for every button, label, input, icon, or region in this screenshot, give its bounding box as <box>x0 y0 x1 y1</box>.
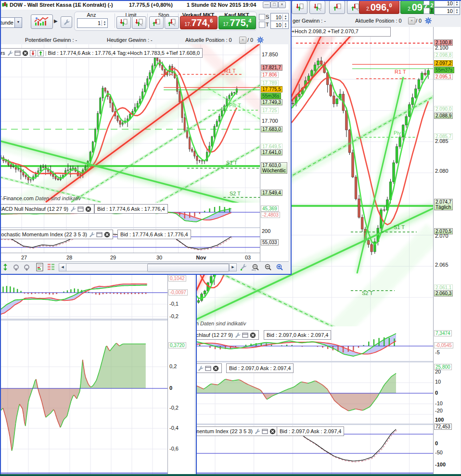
rt-sell-market-button[interactable]: 2.096,0 <box>359 0 399 14</box>
pane-separator[interactable] <box>159 361 433 362</box>
chevron-down-icon[interactable]: ▼ <box>14 18 22 27</box>
dow-titlebar[interactable]: DOW - Wall Street Kassa (1E Kontrakt) (-… <box>0 0 289 10</box>
price-label: 2.060,3 <box>434 290 453 296</box>
wrench-icon[interactable] <box>89 232 95 238</box>
pane-separator[interactable] <box>0 227 260 228</box>
magnet-icon[interactable] <box>12 263 20 271</box>
window-icon[interactable] <box>96 232 102 238</box>
timeframe-dropdown[interactable]: 1 Stunde▼ <box>0 17 22 28</box>
spinner-arrows-icon[interactable]: ▲▼ <box>282 14 288 20</box>
axis-tick-label: 17.850 <box>261 52 279 57</box>
scrollbar-thumb[interactable] <box>147 264 229 272</box>
spinner-arrows-icon[interactable]: ▲▼ <box>102 20 107 26</box>
dow-chart-header[interactable]: Kurs | Bid : 17.774,6 Ask : 17.776,4 Tag… <box>0 48 203 58</box>
close-icon[interactable] <box>104 232 110 238</box>
dow-t-checkbox[interactable] <box>259 22 265 28</box>
anz-spinner[interactable]: 1▲▼ <box>77 18 108 28</box>
dow-s-checkbox[interactable] <box>259 14 265 20</box>
price-prefix: 2. <box>408 6 411 12</box>
stop-sell-button[interactable] <box>149 16 164 29</box>
level-label: S2 T <box>230 191 241 196</box>
limit-sell-button[interactable] <box>116 16 131 29</box>
close-icon[interactable] <box>250 332 256 338</box>
window-icon[interactable] <box>242 332 248 338</box>
price-label: 17.789 <box>261 80 279 86</box>
wrench-icon[interactable] <box>7 50 13 56</box>
rt-ind2-header[interactable] <box>194 363 222 373</box>
minimize-button[interactable]: — <box>263 1 270 8</box>
time-axis-label: 30 <box>152 255 166 260</box>
dow-ind1-header[interactable]: MACD Null Nachlauf (12 27 9) <box>0 204 94 214</box>
spinner-value: 10 <box>435 8 454 14</box>
window-icon[interactable] <box>205 365 211 372</box>
dow-s-spinner[interactable]: 10▲▼ <box>270 13 289 21</box>
order-stop-sell-button[interactable] <box>329 0 345 14</box>
dow-sell-market-button[interactable]: 17.774,6 <box>180 16 218 29</box>
chart-style-button[interactable] <box>31 14 53 29</box>
axis-tick-label: 0 <box>168 386 173 391</box>
maximize-button[interactable]: □ <box>270 1 278 8</box>
close-icon[interactable] <box>213 365 219 372</box>
dow-ind2-header[interactable]: Stochastic Momentum Index (22 3 5 3) <box>0 230 113 239</box>
wrench-icon[interactable] <box>70 206 76 212</box>
close-button[interactable]: × <box>278 1 286 8</box>
close-position-button[interactable]: × <box>239 37 246 44</box>
window-icon[interactable] <box>14 50 21 56</box>
rt-position-suffix: / 0 <box>416 18 422 24</box>
level-label: Piv T <box>229 103 241 108</box>
settings-gear-icon[interactable] <box>256 36 264 44</box>
wrench-icon[interactable] <box>254 428 260 435</box>
h-scrollbar[interactable]: ◀ ▶ <box>59 263 237 271</box>
buy-arrow-icon[interactable] <box>38 50 44 56</box>
chart-settings-icon[interactable] <box>239 262 248 272</box>
close-icon[interactable] <box>85 206 91 212</box>
dow-t-spinner[interactable]: 10▲▼ <box>270 21 289 29</box>
bl_p2-pane[interactable] <box>0 321 167 474</box>
window-icon[interactable] <box>262 428 268 435</box>
dow-buy-market-button[interactable]: 17.775,4 <box>218 16 256 29</box>
rt-settings-gear-icon[interactable] <box>424 17 432 25</box>
order-limit-buy-button[interactable] <box>309 0 325 14</box>
rt-t-spinner[interactable]: 10▲▼ <box>434 7 460 15</box>
spinner-arrows-icon[interactable]: ▲▼ <box>454 0 460 6</box>
rt-close-position-button[interactable]: × <box>408 17 415 25</box>
sell-arrow-icon[interactable] <box>30 50 36 56</box>
zoom-out-icon[interactable] <box>263 262 272 272</box>
close-icon[interactable] <box>22 50 28 56</box>
pane-separator[interactable] <box>0 319 167 321</box>
dow-main-chart[interactable]: R1 TPiv TS1 TS2 T <box>0 44 260 203</box>
zoom-fit-icon[interactable] <box>250 262 260 272</box>
dow-time-axis[interactable]: 27282930Nov03 <box>0 253 260 262</box>
zoom-in-icon[interactable] <box>274 262 284 272</box>
level-label: S2 T <box>362 290 373 296</box>
window-icon <box>2 2 8 8</box>
price-scale-icon[interactable] <box>1 263 10 271</box>
price-label: 55,033 <box>261 239 279 245</box>
rt-price-axis[interactable] <box>433 27 461 474</box>
rt-s-spinner[interactable]: 10▲▼ <box>434 0 460 7</box>
price-label: 17.775,5 <box>261 86 282 92</box>
expand-arrow-icon[interactable]: ▶ <box>54 18 58 24</box>
orderbook-icon[interactable] <box>46 262 56 272</box>
order-limit-sell-button[interactable] <box>292 0 307 14</box>
stop-buy-button[interactable] <box>165 16 179 29</box>
limit-buy-button[interactable] <box>132 16 146 29</box>
window-icon[interactable] <box>77 206 84 212</box>
spinner-arrows-icon[interactable]: ▲▼ <box>454 8 460 14</box>
wrench-icon[interactable] <box>234 332 241 338</box>
spinner-arrows-icon[interactable]: ▲▼ <box>282 22 288 28</box>
wrench-icon[interactable] <box>197 365 204 372</box>
pane-separator[interactable] <box>159 424 433 425</box>
bl_p1-pane[interactable] <box>0 272 167 319</box>
spinner-value: 10 <box>271 22 282 28</box>
close-icon[interactable] <box>269 428 276 435</box>
magnet-icon-2[interactable] <box>22 263 31 271</box>
wrench-button[interactable] <box>61 16 72 28</box>
scroll-right-icon[interactable]: ▶ <box>229 264 236 271</box>
axis-tick-label: -20 <box>434 408 444 413</box>
report-icon[interactable] <box>35 262 44 272</box>
price-main: 774, <box>191 17 210 28</box>
rt-t-label: T <box>430 8 434 13</box>
scroll-left-icon[interactable]: ◀ <box>59 264 66 271</box>
rt-t-checkbox[interactable] <box>423 8 430 14</box>
